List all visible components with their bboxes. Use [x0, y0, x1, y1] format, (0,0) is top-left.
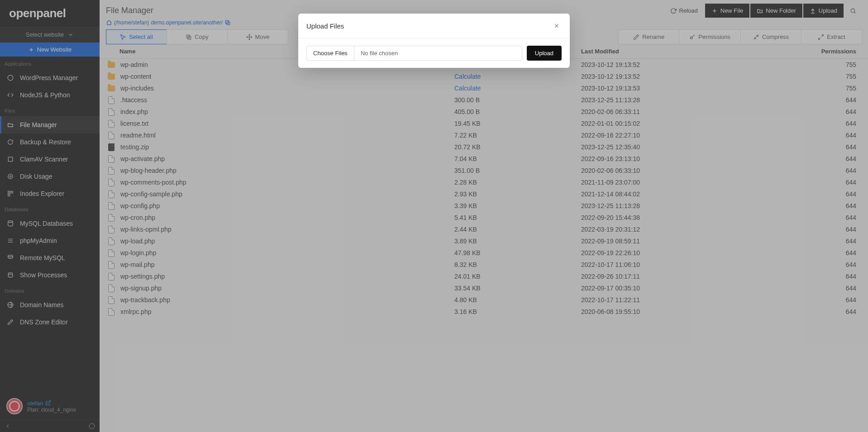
upload-modal: Upload Files Choose Files No file chosen…: [298, 14, 570, 68]
modal-upload-button[interactable]: Upload: [527, 46, 562, 61]
file-chosen-text: No file chosen: [354, 46, 522, 60]
choose-files-button[interactable]: Choose Files: [307, 46, 354, 60]
modal-close-button[interactable]: [552, 21, 562, 31]
modal-overlay[interactable]: Upload Files Choose Files No file chosen…: [0, 0, 868, 432]
close-icon: [553, 23, 560, 29]
modal-title: Upload Files: [306, 22, 344, 30]
file-input-group[interactable]: Choose Files No file chosen: [306, 46, 522, 61]
